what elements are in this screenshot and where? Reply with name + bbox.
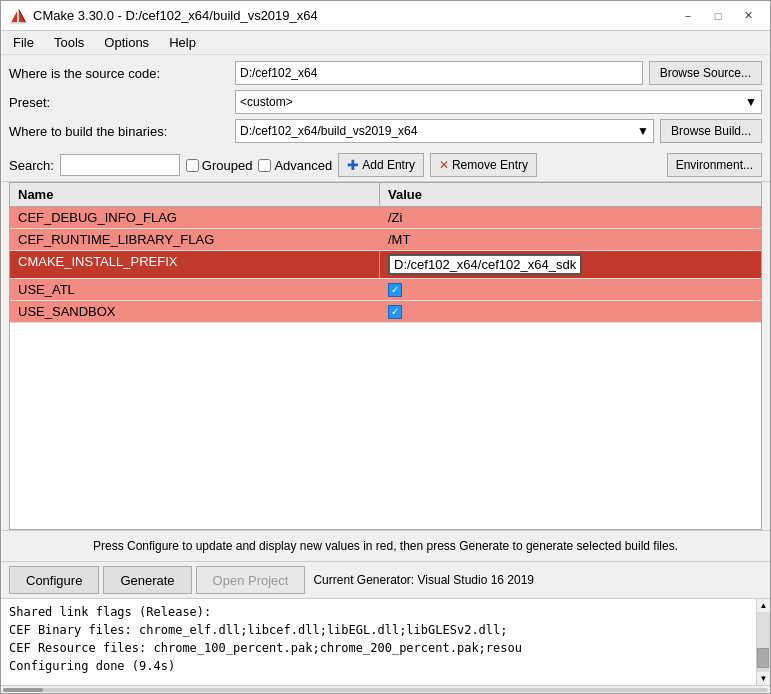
preset-value: <custom> — [240, 95, 293, 109]
window-controls: − □ ✕ — [674, 6, 762, 26]
cell-name: CEF_DEBUG_INFO_FLAG — [10, 207, 380, 228]
console-line: CEF Resource files: chrome_100_percent.p… — [9, 639, 748, 657]
cell-name: USE_ATL — [10, 279, 380, 300]
grouped-checkbox[interactable] — [186, 159, 199, 172]
grouped-checkbox-group: Grouped — [186, 158, 253, 173]
table-row[interactable]: USE_ATL ✓ — [10, 279, 761, 301]
browse-source-button[interactable]: Browse Source... — [649, 61, 762, 85]
cell-value: /Zi — [380, 207, 761, 228]
config-table: Name Value CEF_DEBUG_INFO_FLAG /Zi CEF_R… — [9, 182, 762, 530]
preset-dropdown-icon: ▼ — [745, 95, 757, 109]
cell-name: CMAKE_INSTALL_PREFIX — [10, 251, 380, 278]
menu-file[interactable]: File — [5, 33, 42, 52]
build-label: Where to build the binaries: — [9, 124, 229, 139]
scroll-down-arrow[interactable]: ▼ — [758, 672, 770, 685]
search-input[interactable] — [60, 154, 180, 176]
console-area: Shared link flags (Release): CEF Binary … — [1, 598, 770, 693]
console-line: CEF Binary files: chrome_elf.dll;libcef.… — [9, 621, 748, 639]
main-window: CMake 3.30.0 - D:/cef102_x64/build_vs201… — [0, 0, 771, 694]
preset-combo[interactable]: <custom> ▼ — [235, 90, 762, 114]
table-body: CEF_DEBUG_INFO_FLAG /Zi CEF_RUNTIME_LIBR… — [10, 207, 761, 529]
advanced-checkbox[interactable] — [258, 159, 271, 172]
menu-help[interactable]: Help — [161, 33, 204, 52]
close-button[interactable]: ✕ — [734, 6, 762, 26]
minimize-button[interactable]: − — [674, 6, 702, 26]
cell-name: CEF_RUNTIME_LIBRARY_FLAG — [10, 229, 380, 250]
window-title: CMake 3.30.0 - D:/cef102_x64/build_vs201… — [33, 8, 318, 23]
menu-tools[interactable]: Tools — [46, 33, 92, 52]
environment-button[interactable]: Environment... — [667, 153, 762, 177]
build-combo[interactable]: D:/cef102_x64/build_vs2019_x64 ▼ — [235, 119, 654, 143]
cell-value: ✓ — [380, 301, 761, 322]
checkbox-checked-icon: ✓ — [388, 305, 402, 319]
header-value: Value — [380, 183, 761, 206]
generate-button[interactable]: Generate — [103, 566, 191, 594]
cell-name: USE_SANDBOX — [10, 301, 380, 322]
table-row[interactable]: USE_SANDBOX ✓ — [10, 301, 761, 323]
open-project-button[interactable]: Open Project — [196, 566, 306, 594]
source-input[interactable] — [235, 61, 643, 85]
remove-entry-label: Remove Entry — [452, 158, 528, 172]
build-dropdown-icon: ▼ — [637, 124, 649, 138]
build-value: D:/cef102_x64/build_vs2019_x64 — [240, 124, 417, 138]
table-row[interactable]: CEF_RUNTIME_LIBRARY_FLAG /MT — [10, 229, 761, 251]
remove-entry-button[interactable]: ✕ Remove Entry — [430, 153, 537, 177]
build-row: Where to build the binaries: D:/cef102_x… — [9, 119, 762, 143]
browse-build-button[interactable]: Browse Build... — [660, 119, 762, 143]
table-row[interactable]: CEF_DEBUG_INFO_FLAG /Zi — [10, 207, 761, 229]
console-horizontal-scrollbar[interactable] — [1, 685, 770, 693]
status-message: Press Configure to update and display ne… — [93, 539, 678, 553]
title-bar-left: CMake 3.30.0 - D:/cef102_x64/build_vs201… — [9, 7, 318, 25]
table-row[interactable]: CMAKE_INSTALL_PREFIX D:/cef102_x64/cef10… — [10, 251, 761, 279]
add-entry-label: Add Entry — [362, 158, 415, 172]
console-line: Configuring done (9.4s) — [9, 657, 748, 675]
status-bar: Press Configure to update and display ne… — [1, 530, 770, 561]
checkbox-checked-icon: ✓ — [388, 283, 402, 297]
button-bar: Configure Generate Open Project Current … — [1, 561, 770, 598]
maximize-button[interactable]: □ — [704, 6, 732, 26]
search-label: Search: — [9, 158, 54, 173]
x-icon: ✕ — [439, 158, 449, 172]
preset-label: Preset: — [9, 95, 229, 110]
advanced-checkbox-group: Advanced — [258, 158, 332, 173]
add-entry-button[interactable]: ✚ Add Entry — [338, 153, 424, 177]
console-scrollbar[interactable]: ▲ ▼ — [756, 599, 770, 685]
generator-info: Current Generator: Visual Studio 16 2019 — [313, 573, 534, 587]
title-bar: CMake 3.30.0 - D:/cef102_x64/build_vs201… — [1, 1, 770, 31]
scroll-thumb — [3, 688, 43, 692]
cmake-logo-icon — [9, 7, 27, 25]
menu-bar: File Tools Options Help — [1, 31, 770, 55]
advanced-label: Advanced — [274, 158, 332, 173]
form-area: Where is the source code: Browse Source.… — [1, 55, 770, 149]
table-header: Name Value — [10, 183, 761, 207]
cell-value: ✓ — [380, 279, 761, 300]
plus-icon: ✚ — [347, 157, 359, 173]
toolbar-row: Search: Grouped Advanced ✚ Add Entry ✕ R… — [1, 149, 770, 182]
source-label: Where is the source code: — [9, 66, 229, 81]
scroll-up-arrow[interactable]: ▲ — [758, 599, 770, 612]
header-name: Name — [10, 183, 380, 206]
menu-options[interactable]: Options — [96, 33, 157, 52]
preset-row: Preset: <custom> ▼ — [9, 90, 762, 114]
cell-value: /MT — [380, 229, 761, 250]
scroll-track — [3, 688, 768, 692]
console-line: Shared link flags (Release): — [9, 603, 748, 621]
cell-value: D:/cef102_x64/cef102_x64_sdk — [380, 251, 761, 278]
source-row: Where is the source code: Browse Source.… — [9, 61, 762, 85]
console-output: Shared link flags (Release): CEF Binary … — [1, 599, 756, 685]
grouped-label: Grouped — [202, 158, 253, 173]
configure-button[interactable]: Configure — [9, 566, 99, 594]
